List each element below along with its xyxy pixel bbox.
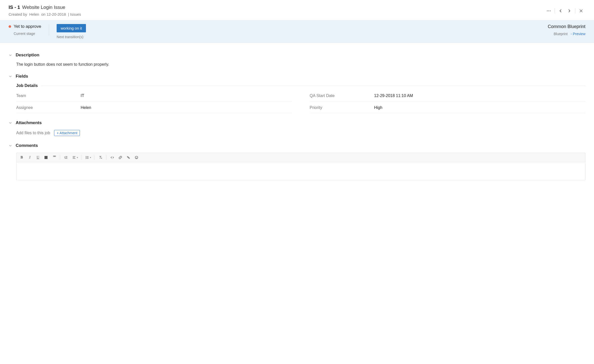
quote-icon[interactable]	[50, 154, 58, 161]
stage-bar: Yet to approve Current stage working on …	[0, 20, 594, 43]
svg-point-2	[550, 11, 551, 11]
description-text: The login button does not seem to functi…	[16, 62, 585, 67]
section-description: Description The login button does not se…	[9, 53, 585, 67]
bold-icon[interactable]: B	[18, 154, 26, 161]
section-comments: Comments B I U ▾	[9, 143, 585, 180]
blueprint-label: Blueprint	[554, 32, 567, 36]
indent-icon[interactable]	[62, 154, 70, 161]
svg-point-16	[86, 158, 86, 158]
chevron-down-icon	[9, 75, 12, 78]
svg-point-0	[547, 11, 548, 11]
more-menu-icon[interactable]	[544, 7, 553, 15]
svg-point-1	[549, 11, 549, 11]
comment-textarea[interactable]	[16, 162, 585, 180]
svg-point-14	[86, 156, 86, 156]
section-fields: Fields Job Details Team IT Assignee Hele…	[9, 74, 585, 113]
preview-link[interactable]: - Preview	[571, 32, 585, 36]
italic-icon[interactable]: I	[26, 154, 34, 161]
field-row[interactable]: Team IT	[16, 89, 292, 101]
section-toggle-description[interactable]: Description	[9, 53, 585, 58]
next-transitions-label: Next transition(s)	[57, 35, 86, 39]
chevron-down-icon	[9, 53, 12, 57]
section-attachments: Attachments Add files to this job + Atta…	[9, 120, 585, 136]
svg-point-20	[137, 157, 137, 157]
emoji-icon[interactable]	[133, 154, 140, 161]
fields-subhead: Job Details	[16, 83, 38, 88]
clear-format-icon[interactable]	[97, 154, 104, 161]
code-icon[interactable]	[108, 154, 116, 161]
issue-meta: Created by Helen on 12-20-2018 | Issues	[9, 12, 544, 16]
svg-point-15	[86, 157, 86, 157]
section-toggle-fields[interactable]: Fields	[9, 74, 585, 79]
field-row[interactable]: Priority High	[310, 101, 585, 113]
editor-toolbar: B I U ▾	[16, 153, 585, 162]
transition-button[interactable]: working on it	[57, 24, 86, 32]
section-toggle-comments[interactable]: Comments	[9, 143, 585, 148]
close-icon[interactable]	[577, 7, 585, 15]
unlink-icon[interactable]	[125, 154, 132, 161]
chevron-down-icon	[9, 121, 12, 125]
next-issue-icon[interactable]	[565, 7, 574, 15]
attachments-hint: Add files to this job	[16, 131, 50, 135]
page-header: IS - 1 Website Login Issue Created by He…	[0, 0, 594, 20]
issue-title: Website Login Issue	[22, 5, 65, 10]
add-attachment-button[interactable]: + Attachment	[54, 130, 80, 136]
link-icon[interactable]	[117, 154, 124, 161]
issue-key: IS - 1	[9, 5, 20, 10]
current-stage-name: Yet to approve	[14, 24, 41, 29]
current-stage-label: Current stage	[9, 32, 41, 36]
prev-issue-icon[interactable]	[556, 7, 565, 15]
section-toggle-attachments[interactable]: Attachments	[9, 120, 585, 125]
color-fill-icon[interactable]	[42, 154, 50, 161]
breadcrumb[interactable]: Issues	[70, 12, 81, 16]
chevron-down-icon	[9, 144, 12, 147]
comment-editor: B I U ▾	[16, 153, 585, 180]
blueprint-name: Common Blueprint	[548, 24, 585, 29]
svg-point-19	[136, 157, 136, 157]
status-dot-icon	[9, 25, 11, 28]
field-row[interactable]: Assignee Helen	[16, 101, 292, 113]
underline-icon[interactable]: U	[34, 154, 42, 161]
field-row[interactable]: QA Start Date 12-29-2018 11:10 AM	[310, 89, 585, 101]
